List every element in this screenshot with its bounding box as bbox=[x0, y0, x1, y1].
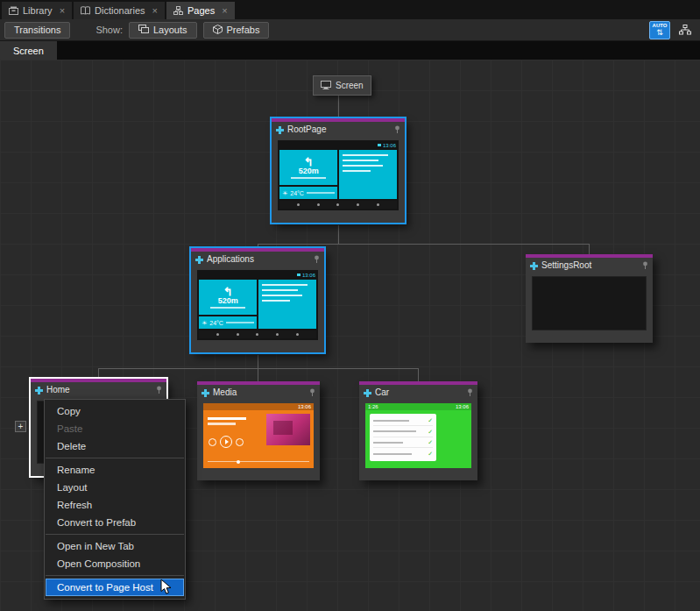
prefabs-icon bbox=[213, 25, 223, 36]
street-text-skeleton bbox=[291, 177, 326, 179]
tab-library[interactable]: Library × bbox=[2, 2, 72, 19]
connector-line bbox=[258, 244, 590, 245]
thumb-status-bar: 1:26 13:06 bbox=[365, 403, 471, 410]
menu-item-paste: Paste bbox=[45, 420, 185, 437]
tab-dictionaries[interactable]: Dictionaries × bbox=[74, 2, 165, 19]
album-art bbox=[266, 414, 310, 445]
node-body: 13:06 bbox=[197, 400, 320, 480]
node-header: Media bbox=[197, 385, 320, 400]
signal-icon bbox=[378, 144, 381, 146]
media-controls bbox=[209, 436, 244, 448]
settingsroot-preview bbox=[532, 276, 647, 330]
menu-item-open-composition[interactable]: Open Composition bbox=[45, 555, 185, 572]
applications-preview: 13:06 ↰ 520m ☀ 24°C bbox=[197, 270, 318, 340]
distance-label: 520m bbox=[299, 167, 319, 175]
progress-bar bbox=[208, 461, 309, 462]
turn-arrow-icon: ↰ bbox=[304, 157, 314, 167]
layouts-toggle[interactable]: Layouts bbox=[129, 22, 197, 39]
thumb-clock: 13:06 bbox=[383, 143, 396, 148]
menu-item-copy[interactable]: Copy bbox=[45, 402, 185, 420]
pin-icon[interactable] bbox=[309, 388, 315, 397]
progress-knob bbox=[237, 460, 240, 464]
connector-line bbox=[98, 368, 99, 379]
pin-icon[interactable] bbox=[314, 255, 320, 264]
node-title: Home bbox=[46, 385, 152, 394]
document-tab-bar: Library × Dictionaries × Pages × bbox=[0, 0, 700, 19]
sort-arrows-icon: ⇅ bbox=[656, 29, 663, 37]
page-graph-canvas[interactable]: Screen RootPage 13:06 bbox=[0, 60, 700, 611]
prefabs-toggle[interactable]: Prefabs bbox=[203, 22, 270, 39]
page-icon bbox=[276, 122, 284, 138]
connector-line bbox=[258, 355, 258, 368]
prefabs-label: Prefabs bbox=[227, 25, 260, 35]
thumb-status-bar: 13:06 bbox=[203, 403, 314, 410]
node-screen[interactable]: Screen bbox=[313, 75, 371, 96]
menu-item-convert-to-prefab[interactable]: Convert to Prefab bbox=[45, 514, 185, 531]
auto-arrange-toggle[interactable]: AUTO ⇅ bbox=[649, 21, 670, 39]
menu-separator bbox=[46, 534, 184, 535]
node-applications[interactable]: Applications 13:06 ↰ 520m bbox=[191, 248, 324, 352]
message-panel bbox=[258, 280, 316, 329]
menu-item-refresh[interactable]: Refresh bbox=[45, 496, 185, 514]
toolbar-right-group: AUTO ⇅ bbox=[649, 21, 696, 39]
play-button-icon bbox=[220, 436, 232, 448]
tab-screen-view[interactable]: Screen bbox=[0, 41, 57, 60]
node-media[interactable]: Media 13:06 bbox=[197, 381, 320, 480]
close-icon[interactable]: × bbox=[152, 5, 158, 16]
node-title: Screen bbox=[336, 81, 364, 90]
car-settings-panel: ✓ ✓ ✓ ✓ bbox=[370, 414, 436, 461]
node-body bbox=[526, 273, 653, 343]
page-icon bbox=[195, 252, 203, 267]
node-body: 13:06 ↰ 520m ☀ 24°C bbox=[191, 266, 324, 352]
tab-label: Dictionaries bbox=[95, 5, 145, 16]
thumb-status-bar: 13:06 bbox=[279, 142, 397, 148]
node-header: Car bbox=[359, 385, 477, 400]
signal-icon bbox=[297, 274, 301, 276]
layouts-icon bbox=[138, 25, 149, 35]
node-title: SettingsRoot bbox=[541, 260, 639, 270]
node-settingsroot[interactable]: SettingsRoot bbox=[526, 254, 653, 343]
pin-icon[interactable] bbox=[467, 388, 473, 397]
overview-tree-icon[interactable] bbox=[675, 21, 696, 39]
node-header: SettingsRoot bbox=[526, 258, 653, 273]
view-tab-bar: Screen bbox=[0, 41, 700, 60]
artist-name-skeleton bbox=[208, 423, 236, 425]
node-title: Media bbox=[213, 387, 306, 397]
menu-item-rename[interactable]: Rename bbox=[45, 461, 185, 479]
trip-time-label: 1:26 bbox=[368, 404, 378, 409]
connector-line bbox=[589, 244, 590, 254]
pin-icon[interactable] bbox=[394, 125, 400, 134]
menu-item-open-in-new-tab[interactable]: Open in New Tab bbox=[45, 537, 185, 555]
transitions-button[interactable]: Transitions bbox=[4, 22, 70, 39]
pin-icon[interactable] bbox=[156, 386, 162, 394]
add-page-button[interactable]: + bbox=[15, 421, 26, 432]
connector-line bbox=[418, 368, 419, 381]
node-car[interactable]: Car 1:26 13:06 ✓ ✓ ✓ ✓ bbox=[359, 381, 477, 480]
node-header: Home bbox=[31, 382, 166, 397]
tab-pages[interactable]: Pages × bbox=[166, 2, 235, 19]
close-icon[interactable]: × bbox=[222, 5, 227, 16]
page-icon bbox=[35, 382, 43, 398]
node-body: 13:06 ↰ 520m ☀ 24°C bbox=[272, 137, 405, 223]
media-preview: 13:06 bbox=[203, 403, 314, 468]
node-body: 1:26 13:06 ✓ ✓ ✓ ✓ bbox=[359, 400, 477, 480]
library-icon bbox=[9, 6, 18, 15]
page-icon bbox=[364, 385, 371, 401]
street-text-skeleton bbox=[210, 307, 245, 309]
menu-item-delete[interactable]: Delete bbox=[45, 437, 185, 455]
pages-toolbar: Transitions Show: Layouts Prefabs AUTO ⇅ bbox=[0, 19, 700, 41]
node-header: RootPage bbox=[272, 122, 405, 137]
menu-item-layout[interactable]: Layout bbox=[45, 479, 185, 496]
node-title: Applications bbox=[207, 254, 310, 264]
layouts-label: Layouts bbox=[153, 25, 187, 35]
connector-line bbox=[258, 368, 258, 381]
tab-label: Pages bbox=[187, 5, 215, 16]
pages-icon bbox=[173, 6, 183, 15]
track-title-skeleton bbox=[208, 417, 246, 420]
weather-panel: ☀ 24°C bbox=[199, 316, 257, 329]
close-icon[interactable]: × bbox=[60, 5, 65, 16]
connector-line bbox=[98, 368, 419, 369]
node-rootpage[interactable]: RootPage 13:06 ↰ 520m bbox=[272, 118, 405, 223]
pin-icon[interactable] bbox=[642, 261, 648, 270]
page-icon bbox=[202, 385, 209, 401]
